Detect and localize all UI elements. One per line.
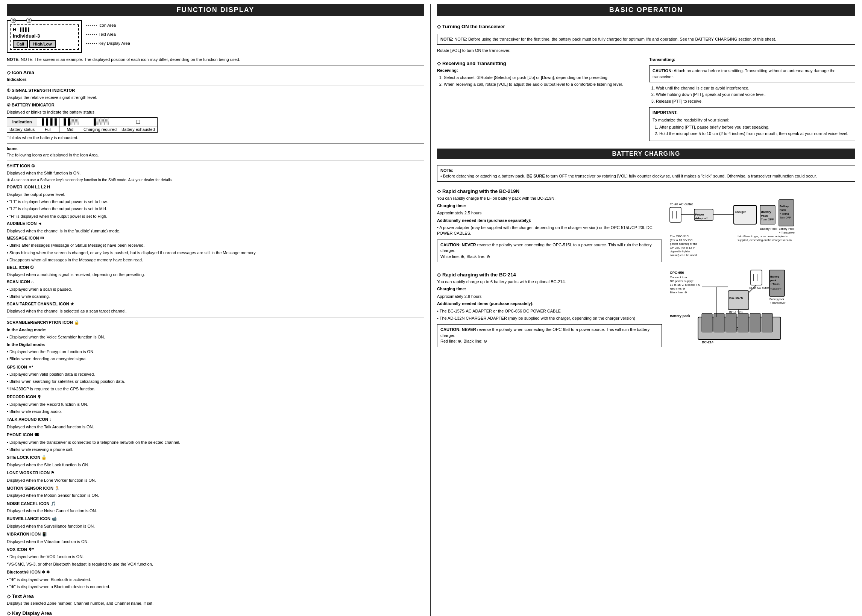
bc219n-title: Rapid charging with the BC-219N (437, 189, 662, 194)
battery-charging-header: BATTERY CHARGING (437, 149, 855, 159)
bell-icon-title: BELL ICON ① (7, 265, 424, 270)
svg-text:socket) can be used: socket) can be used (670, 253, 697, 257)
table-cell-full-icon: ▐▐▐▐ (37, 118, 59, 126)
svg-rect-45 (751, 270, 762, 285)
svg-text:BC-157S: BC-157S (729, 296, 743, 300)
right-column: BASIC OPERATION Turning ON the transceiv… (431, 4, 858, 616)
indicator-table: Indication ▐▐▐▐ ▐▐░░ ▐░░░ □ Battery stat… (7, 117, 158, 133)
power-icon-desc: Displays the output power level. (7, 192, 424, 198)
table-val-mid: Mid (59, 126, 81, 133)
svg-text:DC power supply:: DC power supply: (670, 280, 694, 283)
msg-2: • Stops blinking when the screen is chan… (7, 250, 424, 256)
table-cell-charging-icon: ▐░░░ (81, 118, 119, 126)
high-low-button: High/Low (29, 40, 56, 48)
svg-rect-49 (728, 291, 749, 310)
table-val-full: Full (37, 126, 59, 133)
text-area-label: Text Area (99, 32, 116, 36)
vibration-title: VIBRATION ICON 📳 (7, 531, 424, 537)
text-area-title: Text Area (7, 594, 424, 599)
circle-2: ② (26, 18, 31, 23)
turning-on-desc: Rotate [VOL] to turn ON the transceiver. (437, 48, 855, 53)
gps-2: • Blinks when searching for satellites o… (7, 379, 424, 384)
svg-text:+ Transceiver: + Transceiver (779, 231, 795, 234)
battery-display-icon: ▐▐▐▐ (19, 27, 29, 31)
shift-icon-desc: Displayed when the Shift function is ON. (7, 170, 424, 176)
scrambler-analog-desc: • Displayed when the Voice Scrambler fun… (7, 334, 424, 340)
bc219n-diagram: To an AC outlet Power Adapter* Charger (668, 185, 855, 265)
vox-title: VOX ICON 🎙* (7, 547, 424, 552)
caution-214: CAUTION: NEVER reverse the polarity when… (437, 324, 662, 347)
diagram-labels: Icon Area Text Area Key Display Area (86, 20, 130, 46)
audible-icon-title: AUDIBLE ICON ◄ (7, 221, 424, 226)
icons-label: Icons (7, 146, 424, 152)
svg-text:BC-157S: BC-157S (729, 310, 743, 314)
lone-worker-desc: Displayed when the Lone Worker function … (7, 478, 424, 483)
svg-text:Battery Pack: Battery Pack (779, 228, 794, 231)
svg-text:+ Transceiver: + Transceiver (769, 302, 786, 304)
display-diagram: ① ② H ▐▐▐▐ Individual-3 Call High/Low (7, 20, 82, 53)
svg-text:Black line: ⊖: Black line: ⊖ (670, 291, 687, 294)
scan-target-desc: Displayed when the channel is selected a… (7, 308, 424, 314)
bc214-diagram: OPC-656 Connect to a DC power supply: 12… (668, 268, 855, 352)
circle-1: ① (11, 18, 16, 23)
svg-text:supplied, depending on the cha: supplied, depending on the charger versi… (738, 239, 793, 242)
bc219n-section: Rapid charging with the BC-219N You can … (437, 185, 855, 265)
svg-rect-60 (750, 313, 760, 332)
bc219n-svg: To an AC outlet Power Adapter* Charger (668, 185, 796, 260)
svg-text:power source) or the: power source) or the (670, 242, 698, 245)
icons-desc: The following icons are displayed in the… (7, 152, 424, 158)
power-icon-l1: • "L1" is displayed when the output powe… (7, 199, 424, 204)
charging-time-label-214: Charging time: (437, 286, 662, 292)
message-icon-title: MESSAGE ICON ✉ (7, 236, 424, 241)
svg-text:(For a 13.8 V DC: (For a 13.8 V DC (670, 239, 693, 242)
svg-text:Connect to a: Connect to a (670, 276, 687, 279)
additionally-214-1: • The BC-157S AC ADAPTER or the OPC-656 … (437, 308, 662, 314)
lone-worker-title: LONE WORKER ICON ⚑ (7, 470, 424, 476)
power-icon-l2: • "L2" is displayed when the output powe… (7, 206, 424, 212)
svg-text:To an AC outlet: To an AC outlet (749, 286, 769, 289)
bell-icon-desc: Displayed when a matching signal is rece… (7, 272, 424, 278)
additionally-label-214: Additionally needed items (purchase sepa… (437, 301, 662, 306)
svg-text:CP-23L (for a 12 V: CP-23L (for a 12 V (670, 246, 695, 249)
talk-around-desc: Displayed when the Talk Around function … (7, 424, 424, 430)
bc214-svg: OPC-656 Connect to a DC power supply: 12… (668, 268, 796, 351)
signal-strength-desc: Displays the relative receive signal str… (7, 95, 424, 101)
bc214-text: Rapid charging with the BC-214 You can r… (437, 268, 662, 352)
note-screen: NOTE: NOTE: The screen is an example. Th… (7, 57, 424, 63)
scan-target-title: SCAN TARGET CHANNEL ICON ★ (7, 301, 424, 307)
gps-1: • Displayed when valid position data is … (7, 372, 424, 377)
blinks-note: □ blinks when the battery is exhausted. (7, 135, 424, 141)
transmitting-section: Transmitting: CAUTION: Attach an antenna… (649, 57, 855, 144)
record-2: • Blinks while recording audio. (7, 409, 424, 415)
svg-text:The OPC-515L: The OPC-515L (670, 235, 690, 238)
svg-text:To an AC outlet: To an AC outlet (670, 202, 693, 206)
additionally-label-219n: Additionally needed item (purchase separ… (437, 218, 662, 223)
transmitting-caution: CAUTION: Attach an antenna before transm… (649, 66, 855, 82)
power-icon-h: • "H" is displayed when the output power… (7, 214, 424, 219)
vox-1: • Displayed when the VOX function is ON. (7, 554, 424, 559)
left-column: FUNCTION DISPLAY ① ② H ▐▐▐▐ (4, 4, 431, 616)
call-button: Call (13, 40, 28, 48)
site-lock-desc: Displayed when the Site Lock function is… (7, 462, 424, 468)
table-label-battery-status: Battery status (7, 126, 37, 133)
talk-around-title: TALK AROUND ICON ↕ (7, 417, 424, 422)
svg-text:Adapter*: Adapter* (695, 217, 708, 220)
svg-text:OPC-656: OPC-656 (670, 271, 684, 275)
noise-cancel-desc: Displayed when the Noise Cancel function… (7, 508, 424, 514)
basic-operation-header: BASIC OPERATION (437, 4, 855, 16)
svg-text:Turn OFF: Turn OFF (770, 288, 782, 290)
transmitting-label: Transmitting: (649, 57, 855, 63)
scrambler-dig-2: • Blinks when decoding an encrypted sign… (7, 356, 424, 362)
shift-icon-title: SHIFT ICON ① (7, 163, 424, 169)
shift-icon-note: ① A user can use a Software key's second… (7, 178, 424, 183)
svg-text:Battery: Battery (761, 210, 771, 214)
surveillance-desc: Displayed when the Surveillance function… (7, 523, 424, 529)
table-val-exhausted: Battery exhausted (119, 126, 158, 133)
important-title: IMPORTANT: (653, 110, 852, 115)
page: FUNCTION DISPLAY ① ② H ▐▐▐▐ (0, 0, 862, 616)
charging-time-214: Approximately 2.8 hours (437, 294, 662, 299)
svg-rect-59 (738, 313, 749, 332)
text-area-desc: Displays the selected Zone number, Chann… (7, 600, 424, 606)
scan-2: • Blinks while scanning. (7, 294, 424, 299)
important-desc: To maximize the readability of your sign… (653, 117, 852, 123)
